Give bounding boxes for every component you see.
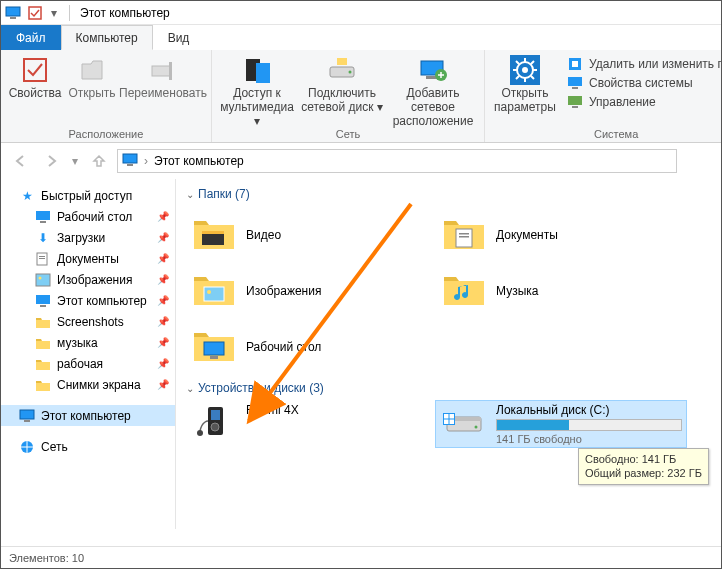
svg-rect-35	[24, 420, 30, 422]
folder-music[interactable]: Музыка	[436, 263, 686, 319]
documents-icon	[35, 251, 51, 267]
drive-local-c[interactable]: Локальный диск (C:) 141 ГБ свободно	[436, 401, 686, 447]
tab-file[interactable]: Файл	[1, 25, 61, 50]
sidebar-item-this-pc[interactable]: Этот компьютер📌	[1, 290, 175, 311]
documents-folder-icon	[440, 215, 488, 255]
sidebar-quick-access[interactable]: ★ Быстрый доступ	[1, 185, 175, 206]
uninstall-icon	[567, 56, 583, 72]
chevron-down-icon: ⌄	[186, 189, 194, 200]
svg-rect-33	[40, 305, 46, 307]
sidebar-item-desktop[interactable]: Рабочий стол📌	[1, 206, 175, 227]
svg-rect-28	[39, 256, 45, 257]
network-icon	[19, 439, 35, 455]
folder-icon	[35, 356, 51, 372]
svg-rect-56	[444, 420, 449, 425]
properties-icon	[19, 54, 51, 86]
open-icon	[76, 54, 108, 86]
drive-subtext: 141 ГБ свободно	[496, 433, 682, 445]
group-network-title: Сеть	[218, 128, 478, 141]
properties-button[interactable]: Свойства	[7, 52, 63, 101]
divider	[69, 5, 70, 21]
sidebar-item-documents[interactable]: Документы📌	[1, 248, 175, 269]
desktop-icon	[35, 209, 51, 225]
tab-computer[interactable]: Компьютер	[61, 25, 153, 50]
drive-label: Локальный диск (C:)	[496, 403, 682, 417]
drive-redmi[interactable]: Redmi 4X	[186, 401, 436, 447]
add-netloc-button[interactable]: Добавить сетевое расположение	[388, 52, 478, 128]
chevron-right-icon[interactable]: ›	[144, 154, 148, 168]
breadcrumb-this-pc[interactable]: Этот компьютер	[154, 154, 244, 168]
svg-rect-44	[204, 342, 224, 355]
folder-grid: Видео Документы Изображения Музыка Рабоч…	[186, 207, 721, 375]
open-button[interactable]: Открыть	[67, 52, 117, 101]
sidebar-item-work[interactable]: рабочая📌	[1, 353, 175, 374]
svg-rect-24	[127, 164, 133, 166]
pin-icon: 📌	[157, 316, 169, 327]
tab-view[interactable]: Вид	[153, 25, 205, 50]
folder-documents[interactable]: Документы	[436, 207, 686, 263]
media-access-button[interactable]: Доступ к мультимедиа ▾	[218, 52, 296, 128]
uninstall-button[interactable]: Удалить или изменить про	[567, 56, 722, 72]
rename-button[interactable]: Переименовать	[121, 52, 205, 101]
sidebar: ★ Быстрый доступ Рабочий стол📌 ⬇Загрузки…	[1, 179, 176, 529]
history-dropdown[interactable]: ▾	[69, 149, 81, 173]
sidebar-item-downloads[interactable]: ⬇Загрузки📌	[1, 227, 175, 248]
group-system-title: Система	[491, 128, 722, 141]
back-button[interactable]	[9, 149, 33, 173]
map-drive-button[interactable]: Подключить сетевой диск ▾	[300, 52, 384, 115]
music-folder-icon	[440, 271, 488, 311]
downloads-icon: ⬇	[35, 230, 51, 246]
address-box[interactable]: › Этот компьютер	[117, 149, 677, 173]
svg-point-43	[207, 290, 211, 294]
window-title: Этот компьютер	[80, 6, 170, 20]
svg-rect-32	[36, 295, 50, 304]
manage-button[interactable]: Управление	[567, 94, 722, 110]
open-label: Открыть	[68, 87, 115, 101]
svg-rect-29	[39, 258, 45, 259]
svg-point-9	[349, 71, 352, 74]
folder-icon	[35, 377, 51, 393]
open-settings-button[interactable]: Открыть параметры	[491, 52, 559, 115]
group-header-folders[interactable]: ⌄Папки (7)	[186, 187, 721, 201]
pictures-icon	[35, 272, 51, 288]
folder-videos[interactable]: Видео	[186, 207, 436, 263]
svg-rect-39	[456, 229, 472, 247]
group-header-drives[interactable]: ⌄Устройства и диски (3)	[186, 381, 721, 395]
qat-properties-icon[interactable]	[27, 5, 43, 21]
manage-icon	[567, 94, 583, 110]
desktop-folder-icon	[190, 327, 238, 367]
sidebar-item-music[interactable]: музыка📌	[1, 332, 175, 353]
folder-pictures[interactable]: Изображения	[186, 263, 436, 319]
drive-label: Redmi 4X	[246, 403, 432, 417]
svg-rect-41	[459, 236, 469, 238]
pin-icon: 📌	[157, 379, 169, 390]
forward-button[interactable]	[39, 149, 63, 173]
pin-icon: 📌	[157, 295, 169, 306]
map-drive-icon	[326, 54, 358, 86]
svg-rect-26	[40, 221, 46, 223]
rename-icon	[147, 54, 179, 86]
sidebar-item-screenshots2[interactable]: Снимки экрана📌	[1, 374, 175, 395]
svg-rect-42	[204, 287, 224, 301]
pin-icon: 📌	[157, 274, 169, 285]
up-button[interactable]	[87, 149, 111, 173]
svg-rect-47	[211, 410, 220, 420]
system-properties-button[interactable]: Свойства системы	[567, 75, 722, 91]
qat-dropdown-icon[interactable]: ▾	[49, 5, 59, 21]
sidebar-item-pictures[interactable]: Изображения📌	[1, 269, 175, 290]
sidebar-item-screenshots[interactable]: Screenshots📌	[1, 311, 175, 332]
svg-point-31	[39, 276, 42, 279]
videos-folder-icon	[190, 215, 238, 255]
open-settings-label: Открыть параметры	[491, 87, 559, 115]
status-bar: Элементов: 10	[1, 546, 721, 568]
sidebar-network[interactable]: Сеть	[1, 436, 175, 457]
svg-rect-20	[572, 87, 578, 89]
svg-rect-2	[29, 7, 41, 19]
add-netloc-icon	[417, 54, 449, 86]
drive-usage-bar	[496, 419, 682, 431]
sidebar-this-pc[interactable]: Этот компьютер	[1, 405, 175, 426]
folder-desktop[interactable]: Рабочий стол	[186, 319, 436, 375]
ribbon-side-list: Удалить или изменить про Свойства систем…	[563, 52, 722, 114]
svg-point-49	[197, 430, 203, 436]
media-label: Доступ к мультимедиа ▾	[218, 87, 296, 128]
